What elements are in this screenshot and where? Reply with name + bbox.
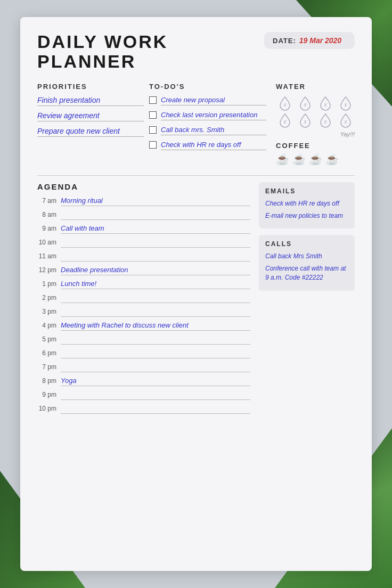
calls-section: CALLS Call back Mrs SmithConference call… — [259, 235, 355, 290]
date-label: DATE: — [273, 37, 296, 45]
svg-text:x: x — [304, 102, 307, 108]
todo-checkbox-2[interactable] — [149, 111, 157, 119]
email-item-2: E-mail new policies to team — [265, 211, 348, 220]
time-event-14: Yoga — [61, 377, 77, 385]
priorities-section: PRIORITIES Finish presentationReview agr… — [37, 83, 144, 166]
time-content-16 — [61, 402, 250, 414]
priority-item-2: Review agreement — [37, 111, 144, 121]
svg-text:x: x — [344, 102, 348, 108]
time-content-2 — [61, 208, 250, 220]
time-label-6: 12 pm — [37, 266, 56, 275]
water-grid: x x x — [276, 96, 355, 128]
drop-shape-8: x — [340, 113, 352, 128]
time-label-16: 10 pm — [37, 405, 56, 414]
time-label-15: 9 pm — [37, 391, 56, 400]
time-row-5: 11 am — [37, 250, 250, 262]
planner-card: DAILY WORK PLANNER DATE: 19 Mar 2020 PRI… — [20, 17, 372, 571]
calls-list: Call back Mrs SmithConference call with … — [265, 252, 348, 282]
drop-shape-7: x — [320, 113, 331, 128]
drop-6: x — [296, 113, 314, 128]
todo-checkbox-4[interactable] — [149, 141, 157, 149]
drop-shape-1: x — [279, 96, 291, 111]
time-content-4 — [61, 236, 250, 248]
emails-title: EMAILS — [265, 187, 348, 195]
drop-3: x — [316, 96, 334, 111]
priorities-list: Finish presentationReview agreementPrepa… — [37, 96, 144, 137]
coffee-title: COFFEE — [276, 142, 355, 150]
todo-checkbox-3[interactable] — [149, 126, 157, 134]
time-row-6: 12 pmDeadline presentation — [37, 264, 250, 275]
drop-1: x — [276, 96, 294, 111]
time-row-3: 9 amCall with team — [37, 222, 250, 234]
time-content-14: Yoga — [61, 374, 250, 386]
priority-item-3: Prepare quote new client — [37, 127, 144, 137]
cup-1: ☕ — [276, 153, 289, 166]
time-label-7: 1 pm — [37, 280, 56, 289]
call-item-2: Conference call with team at 9 a.m. Code… — [265, 264, 348, 282]
priority-item-1: Finish presentation — [37, 96, 144, 106]
time-event-7: Lunch time! — [61, 280, 96, 288]
time-row-4: 10 am — [37, 236, 250, 248]
time-content-8 — [61, 291, 250, 303]
time-content-13 — [61, 361, 250, 372]
svg-text:x: x — [304, 119, 307, 125]
cup-4: ☕ — [325, 153, 339, 166]
time-row-13: 7 pm — [37, 361, 250, 372]
todo-item-2: Check last version presentation — [149, 111, 266, 120]
time-content-15 — [61, 388, 250, 400]
time-content-5 — [61, 250, 250, 262]
time-label-4: 10 am — [37, 239, 56, 248]
time-row-7: 1 pmLunch time! — [37, 277, 250, 289]
time-label-13: 7 pm — [37, 363, 56, 372]
drop-8: x — [337, 113, 355, 128]
date-value: 19 Mar 2020 — [299, 36, 341, 45]
svg-text:x: x — [344, 119, 348, 125]
right-column: EMAILS Check with HR re days offE-mail n… — [259, 182, 355, 414]
emails-list: Check with HR re days offE-mail new poli… — [265, 199, 348, 220]
agenda-list: 7 amMorning ritual8 am9 amCall with team… — [37, 194, 250, 414]
time-label-10: 4 pm — [37, 322, 56, 331]
svg-text:x: x — [283, 102, 287, 108]
todo-text-4: Check with HR re days off — [161, 141, 266, 150]
time-label-3: 9 am — [37, 225, 56, 234]
agenda-title: AGENDA — [37, 182, 250, 191]
time-event-3: Call with team — [61, 224, 104, 232]
divider — [37, 175, 355, 176]
todo-item-3: Call back mrs. Smith — [149, 126, 266, 135]
drop-5: x — [276, 113, 294, 128]
time-row-14: 8 pmYoga — [37, 374, 250, 386]
main-section: AGENDA 7 amMorning ritual8 am9 amCall wi… — [37, 182, 355, 414]
time-event-1: Morning ritual — [61, 197, 103, 205]
time-row-11: 5 pm — [37, 333, 250, 345]
todo-item-1: Create new proposal — [149, 96, 266, 105]
time-content-6: Deadline presentation — [61, 264, 250, 275]
time-label-2: 8 am — [37, 211, 56, 220]
todo-checkbox-1[interactable] — [149, 96, 157, 104]
drop-shape-3: x — [320, 96, 331, 111]
time-label-9: 3 pm — [37, 308, 56, 317]
time-content-10: Meeting with Rachel to discuss new clien… — [61, 319, 250, 331]
priorities-title: PRIORITIES — [37, 83, 144, 91]
time-content-9 — [61, 305, 250, 317]
time-row-10: 4 pmMeeting with Rachel to discuss new c… — [37, 319, 250, 331]
svg-text:x: x — [283, 119, 287, 125]
time-row-1: 7 amMorning ritual — [37, 194, 250, 206]
time-label-14: 8 pm — [37, 377, 56, 386]
water-title: WATER — [276, 83, 355, 91]
time-row-16: 10 pm — [37, 402, 250, 414]
cup-3: ☕ — [309, 153, 322, 166]
drop-4: x — [337, 96, 355, 111]
yay-text: Yay!!! — [276, 131, 355, 137]
time-event-6: Deadline presentation — [61, 266, 128, 274]
svg-text:x: x — [324, 119, 328, 125]
header: DAILY WORK PLANNER DATE: 19 Mar 2020 — [37, 32, 355, 72]
calls-title: CALLS — [265, 240, 348, 248]
drop-shape-6: x — [299, 113, 311, 128]
time-label-1: 7 am — [37, 197, 56, 206]
time-label-11: 5 pm — [37, 336, 56, 345]
time-label-8: 2 pm — [37, 294, 56, 303]
emails-section: EMAILS Check with HR re days offE-mail n… — [259, 182, 355, 229]
time-label-12: 6 pm — [37, 349, 56, 358]
call-item-1: Call back Mrs Smith — [265, 252, 348, 261]
drop-7: x — [316, 113, 334, 128]
